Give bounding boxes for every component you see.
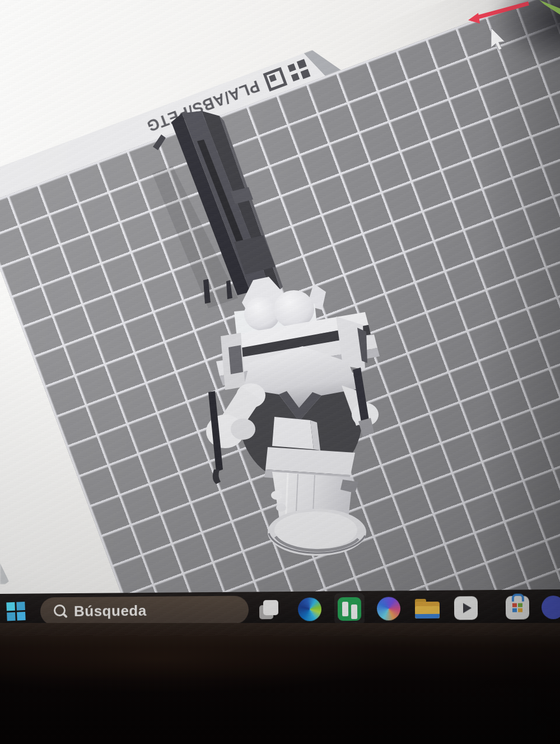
microsoft-store-icon [506,596,529,619]
partial-app-button[interactable] [540,594,560,621]
file-explorer-button[interactable] [414,595,441,622]
youtube-icon [454,596,478,620]
edge-icon [298,597,321,621]
copilot-icon [377,597,400,620]
bezel-area [0,623,560,744]
bambu-studio-icon [338,597,361,621]
youtube-button[interactable] [452,594,479,621]
folder-icon [415,598,440,618]
mouse-cursor [491,28,505,50]
scene-overlay [0,0,560,594]
partial-app-icon [542,596,560,619]
bambu-studio-button[interactable] [336,596,363,622]
search-icon [54,604,66,616]
photo-of-screen: PLA/ABS/PETG [0,0,560,744]
x-axis-arrow [468,3,529,24]
copilot-button[interactable] [375,595,402,622]
printed-model[interactable] [153,111,380,556]
start-button[interactable] [6,602,26,621]
y-axis-arrow [539,0,560,15]
slicer-viewport[interactable]: PLA/ABS/PETG [0,0,560,636]
edge-button[interactable] [296,596,323,622]
search-box[interactable]: Búsqueda [40,596,249,625]
windows-logo-icon [6,602,26,621]
search-placeholder: Búsqueda [74,597,147,625]
task-view-icon [259,600,278,619]
task-view-button[interactable] [255,596,282,623]
store-button[interactable] [504,594,531,621]
